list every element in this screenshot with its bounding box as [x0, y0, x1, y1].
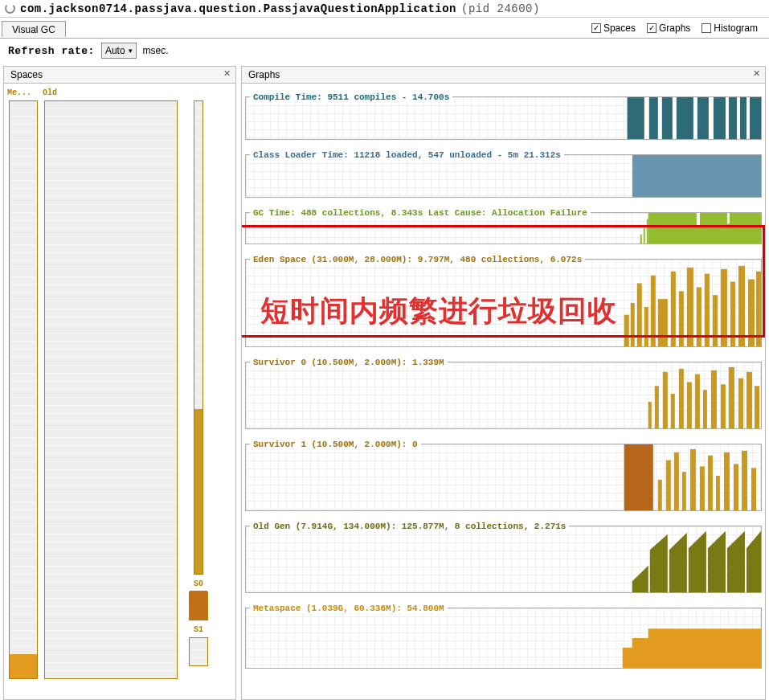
chart-fill	[632, 155, 761, 197]
space-bar-eden	[194, 100, 203, 575]
svg-rect-35	[671, 394, 675, 428]
svg-rect-42	[729, 367, 734, 428]
spaces-panel: Spaces ✕ Me... Old . S0	[3, 66, 236, 700]
graphs-body: Compile Time: 9511 compiles - 14.700s	[241, 84, 766, 700]
graph-canvas-s0	[245, 362, 762, 429]
panel-title-text: Spaces	[10, 69, 43, 80]
svg-rect-54	[716, 476, 720, 510]
graph-canvas-oldgen	[245, 526, 762, 593]
tab-visual-gc[interactable]: Visual GC	[2, 21, 66, 37]
chart-svg	[246, 526, 761, 592]
spaces-panel-title: Spaces ✕	[3, 66, 236, 84]
close-icon[interactable]: ✕	[753, 68, 760, 79]
graph-legend: Old Gen (7.914G, 134.000M): 125.877M, 8 …	[250, 522, 569, 531]
svg-rect-47	[658, 480, 662, 510]
annotation-text: 短时间内频繁进行垃圾回收	[260, 292, 617, 331]
panel-title-text: Graphs	[248, 69, 280, 80]
graph-compile-time: Compile Time: 9511 compiles - 14.700s	[245, 85, 762, 140]
refresh-rate-bar: Refresh rate: Auto ▾ msec.	[0, 39, 769, 66]
space-bar-me	[9, 100, 38, 679]
graph-legend: Survivor 1 (10.500M, 2.000M): 0	[250, 440, 421, 449]
space-label-s1: S1	[182, 625, 215, 634]
space-bar-old	[44, 100, 178, 679]
chart-svg	[246, 362, 761, 428]
graph-survivor-1: Survivor 1 (10.500M, 2.000M): 0	[245, 432, 762, 511]
graph-legend: Survivor 0 (10.500M, 2.000M): 1.339M	[250, 358, 448, 367]
svg-rect-34	[663, 372, 668, 428]
refresh-rate-select[interactable]: Auto ▾	[101, 43, 137, 59]
chart-svg	[246, 97, 761, 139]
svg-rect-56	[734, 464, 738, 510]
graph-canvas-s1	[245, 444, 762, 511]
svg-rect-8	[747, 97, 750, 139]
gc-eden-highlight-region: GC Time: 488 collections, 8.343s Last Ca…	[245, 201, 762, 347]
check-icon	[702, 23, 711, 33]
graph-legend: Class Loader Time: 11218 loaded, 547 unl…	[250, 150, 564, 160]
check-icon: ✓	[591, 23, 601, 33]
close-icon[interactable]: ✕	[223, 68, 231, 79]
space-label-s0: S0	[182, 579, 215, 588]
refresh-unit: msec.	[143, 45, 169, 56]
checkbox-label: Histogram	[714, 23, 758, 34]
svg-rect-41	[721, 384, 726, 428]
checkbox-histogram[interactable]: Histogram	[702, 23, 758, 34]
graphs-panel-title: Graphs ✕	[241, 66, 766, 84]
main-area: Spaces ✕ Me... Old . S0	[0, 66, 769, 700]
svg-rect-5	[709, 97, 714, 139]
svg-rect-55	[724, 452, 730, 510]
checkbox-spaces[interactable]: ✓ Spaces	[591, 23, 636, 34]
graph-canvas-classloader	[245, 154, 762, 198]
svg-rect-37	[687, 382, 692, 428]
svg-rect-49	[674, 452, 679, 510]
svg-rect-6	[726, 97, 729, 139]
graphs-panel: Graphs ✕ Compile Time: 9511 compiles - 1…	[241, 66, 766, 700]
tab-bar: Visual GC ✓ Spaces ✓ Graphs Histogram	[0, 18, 769, 39]
space-col-young: . S0 S1	[182, 88, 215, 666]
svg-rect-36	[679, 369, 684, 428]
space-fill-s0	[190, 591, 207, 620]
svg-rect-38	[695, 375, 700, 428]
space-bar-s1	[189, 637, 208, 666]
svg-rect-14	[727, 213, 730, 223]
svg-rect-53	[708, 456, 713, 510]
svg-rect-39	[703, 390, 707, 428]
svg-rect-40	[711, 370, 717, 428]
checkbox-graphs[interactable]: ✓ Graphs	[647, 23, 690, 34]
svg-rect-7	[737, 97, 740, 139]
space-fill-eden	[194, 409, 202, 574]
space-col-metaspace: Me...	[7, 88, 39, 679]
svg-rect-1	[644, 97, 649, 139]
svg-rect-4	[693, 97, 697, 139]
pid-label: (pid 24600)	[461, 2, 540, 15]
space-fill-me	[10, 654, 37, 678]
checkbox-label: Spaces	[603, 23, 636, 34]
svg-rect-48	[666, 461, 671, 510]
svg-rect-58	[751, 468, 756, 510]
svg-rect-51	[690, 449, 696, 510]
svg-rect-57	[742, 451, 747, 510]
svg-rect-45	[755, 386, 759, 428]
svg-rect-33	[655, 386, 659, 428]
checkbox-label: Graphs	[659, 23, 690, 34]
graph-classloader-time: Class Loader Time: 11218 loaded, 547 unl…	[245, 143, 762, 198]
graph-legend: Compile Time: 9511 compiles - 14.700s	[250, 92, 452, 102]
app-title: com.jackson0714.passjava.question.Passja…	[20, 2, 456, 15]
graph-legend: Metaspace (1.039G, 60.336M): 54.800M	[250, 604, 448, 613]
space-label-old: Old	[43, 88, 179, 97]
check-icon: ✓	[647, 23, 657, 33]
space-col-old: Old	[43, 88, 179, 679]
graph-canvas-compile	[245, 96, 762, 140]
svg-rect-2	[658, 97, 662, 139]
svg-rect-3	[673, 97, 677, 139]
space-bar-s0	[189, 592, 208, 620]
graph-legend: GC Time: 488 collections, 8.343s Last Ca…	[250, 208, 591, 218]
tab-label: Visual GC	[12, 24, 55, 35]
graph-old-gen: Old Gen (7.914G, 134.000M): 125.877M, 8 …	[245, 514, 762, 593]
space-label-me: Me...	[7, 88, 39, 97]
graph-canvas-metaspace	[245, 608, 762, 669]
svg-rect-43	[738, 379, 743, 428]
graph-metaspace: Metaspace (1.039G, 60.336M): 54.800M	[245, 596, 762, 669]
graph-survivor-0: Survivor 0 (10.500M, 2.000M): 1.339M	[245, 350, 762, 429]
svg-rect-46	[624, 444, 653, 510]
svg-rect-32	[648, 402, 652, 428]
